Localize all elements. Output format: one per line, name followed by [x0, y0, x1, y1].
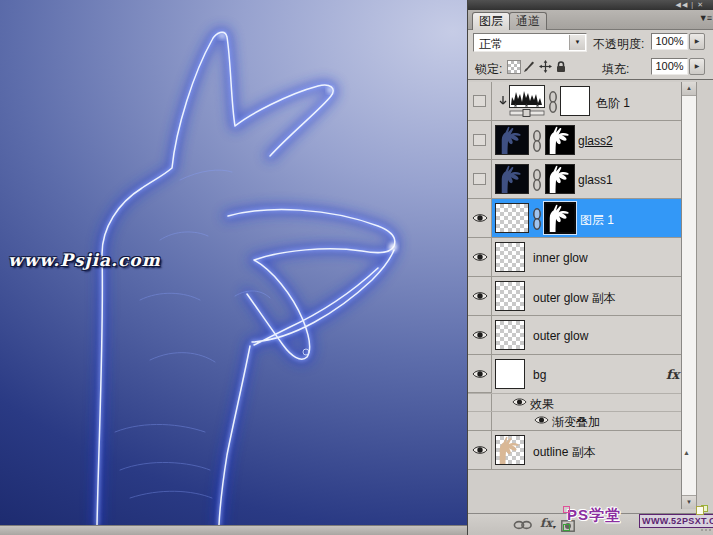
- mask-link-icon[interactable]: [532, 207, 542, 231]
- site-watermark-title: PS学堂: [567, 506, 621, 525]
- eye-icon[interactable]: [472, 252, 488, 262]
- visibility-toggle[interactable]: [468, 355, 492, 393]
- blend-mode-select[interactable]: 正常 ▼: [473, 33, 587, 52]
- panel-tabbar: 图层 通道 ▼≡: [468, 10, 713, 30]
- opacity-input[interactable]: 100%: [651, 33, 688, 50]
- opacity-label: 不透明度:: [593, 36, 644, 53]
- layer-thumbnail[interactable]: [495, 125, 529, 155]
- layer-row-outline-copy[interactable]: outline 副本: [468, 431, 681, 470]
- scroll-down-icon[interactable]: ▼: [682, 495, 696, 509]
- panel-titlebar: ◀◀|✕: [468, 0, 713, 10]
- effect-row-gradient-overlay[interactable]: 渐变叠加: [468, 412, 681, 431]
- layer-list: 色阶 1 glass2 glass1: [468, 80, 713, 513]
- image-watermark: www.Psjia.com: [8, 250, 161, 270]
- layer-name[interactable]: outer glow 副本: [533, 290, 616, 307]
- eye-icon[interactable]: [472, 369, 488, 379]
- visibility-toggle[interactable]: [468, 238, 492, 276]
- lock-position-move-icon[interactable]: [539, 60, 553, 74]
- watermark-corner-mark: [563, 506, 570, 513]
- add-layer-style-icon[interactable]: fx▾: [540, 516, 555, 530]
- fx-badge[interactable]: fx: [666, 367, 679, 382]
- close-panel-icon[interactable]: ✕: [697, 1, 704, 8]
- document-canvas[interactable]: www.Psjia.com: [0, 0, 467, 525]
- visibility-toggle[interactable]: [468, 199, 492, 237]
- visibility-empty-box[interactable]: [473, 95, 486, 107]
- fill-spinner[interactable]: ▶: [689, 58, 705, 75]
- layer-name[interactable]: inner glow: [533, 251, 588, 265]
- layer-row-layer-1-selected[interactable]: 图层 1: [468, 199, 681, 238]
- layer-name[interactable]: 色阶 1: [596, 95, 630, 112]
- layer-name[interactable]: glass1: [578, 173, 613, 187]
- layer-name[interactable]: outline 副本: [533, 444, 596, 461]
- adjustment-thumbnail[interactable]: [509, 85, 545, 117]
- layer-thumbnail[interactable]: [495, 435, 525, 465]
- panel-bottom-bar: fx▾ PS学堂 www.52psxt.com: [468, 513, 713, 535]
- lock-all-padlock-icon[interactable]: [555, 60, 569, 74]
- layer-thumbnail[interactable]: [495, 164, 529, 194]
- photoshop-workspace: www.Psjia.com ◀◀|✕ 图层 通道 ▼≡ 正常 ▼ 不透明度: 1…: [0, 0, 713, 535]
- visibility-toggle[interactable]: [468, 431, 492, 469]
- layer-row-inner-glow[interactable]: inner glow: [468, 238, 681, 277]
- layers-panel: ◀◀|✕ 图层 通道 ▼≡ 正常 ▼ 不透明度: 100% ▶ 锁定:: [467, 0, 713, 535]
- layer-name[interactable]: bg: [533, 368, 546, 382]
- panel-menu-icon[interactable]: ▼≡: [699, 13, 711, 23]
- fill-input[interactable]: 100%: [651, 58, 688, 75]
- visibility-empty-box[interactable]: [473, 173, 486, 185]
- effects-header-row[interactable]: 效果: [468, 394, 681, 412]
- visibility-toggle[interactable]: [468, 277, 492, 315]
- chevron-down-icon[interactable]: ▼: [569, 35, 585, 50]
- eye-icon[interactable]: [472, 445, 488, 455]
- visibility-toggle[interactable]: [468, 82, 492, 120]
- layer-row-glass1[interactable]: glass1: [468, 160, 681, 199]
- layer-mask-thumbnail[interactable]: [545, 125, 575, 155]
- effects-indent: [468, 412, 492, 430]
- mask-link-icon[interactable]: [532, 129, 542, 153]
- layer-row-outer-glow[interactable]: outer glow: [468, 316, 681, 355]
- tab-layers[interactable]: 图层: [472, 12, 510, 30]
- visibility-toggle[interactable]: [468, 121, 492, 159]
- effect-name[interactable]: 渐变叠加: [552, 414, 600, 431]
- link-layers-icon[interactable]: [513, 520, 533, 530]
- layer-name[interactable]: 图层 1: [580, 212, 614, 229]
- eye-icon[interactable]: [534, 415, 549, 425]
- scroll-up-icon[interactable]: ▲: [682, 82, 696, 96]
- visibility-toggle[interactable]: [468, 316, 492, 354]
- collapse-effects-chevron-icon[interactable]: ▲: [683, 449, 690, 456]
- layer-thumbnail[interactable]: [495, 320, 525, 350]
- visibility-empty-box[interactable]: [473, 134, 486, 146]
- layer-mask-thumbnail[interactable]: [560, 86, 590, 116]
- eye-icon[interactable]: [472, 330, 488, 340]
- mask-link-icon[interactable]: [548, 90, 558, 114]
- tab-channels[interactable]: 通道: [509, 12, 547, 30]
- layer-thumbnail[interactable]: [495, 203, 529, 233]
- clipping-mask-arrow-icon: [495, 95, 507, 107]
- visibility-toggle[interactable]: [468, 160, 492, 198]
- layer-row-glass2[interactable]: glass2: [468, 121, 681, 160]
- blend-opacity-row: 正常 ▼ 不透明度: 100% ▶: [468, 30, 713, 56]
- mask-link-icon[interactable]: [532, 168, 542, 192]
- layer-mask-thumbnail-selected[interactable]: [544, 202, 576, 234]
- lock-transparency-icon[interactable]: [507, 60, 521, 74]
- layer-mask-thumbnail[interactable]: [545, 164, 575, 194]
- layer-row-outer-glow-copy[interactable]: outer glow 副本: [468, 277, 681, 316]
- lock-pixels-brush-icon[interactable]: [523, 60, 537, 74]
- eye-icon[interactable]: [472, 291, 488, 301]
- layer-thumbnail[interactable]: [495, 242, 525, 272]
- layer-thumbnail[interactable]: [495, 359, 525, 389]
- effects-indent: [468, 394, 492, 411]
- canvas-bottom-scrollbar[interactable]: [0, 525, 467, 535]
- site-watermark-url: www.52psxt.com: [639, 514, 713, 528]
- layer-name[interactable]: outer glow: [533, 329, 588, 343]
- layer-row-levels-1[interactable]: 色阶 1: [468, 82, 681, 121]
- collapse-panel-icon[interactable]: ◀◀: [676, 1, 689, 8]
- watermark-fold-mark: [696, 506, 704, 515]
- effects-label[interactable]: 效果: [530, 396, 554, 413]
- layer-thumbnail[interactable]: [495, 281, 525, 311]
- lock-fill-row: 锁定: 填充: 100% ▶: [468, 56, 713, 80]
- eye-icon[interactable]: [512, 397, 527, 407]
- eye-icon[interactable]: [472, 213, 488, 223]
- layer-row-bg[interactable]: bg fx: [468, 355, 681, 394]
- opacity-spinner[interactable]: ▶: [689, 33, 705, 50]
- scrollbar[interactable]: ▲ ▼: [681, 82, 697, 509]
- layer-name[interactable]: glass2: [578, 134, 613, 148]
